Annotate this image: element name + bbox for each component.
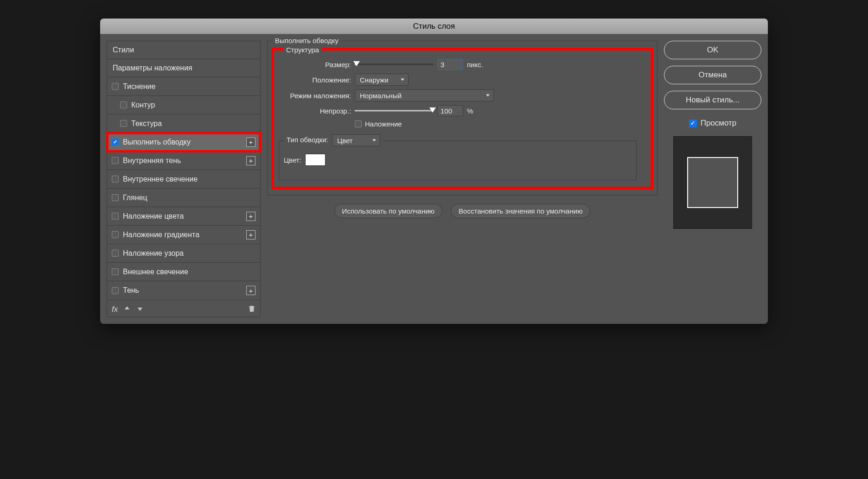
- highlight-region: Размер: пикс. Положение:: [274, 50, 651, 187]
- preview-swatch: [687, 157, 738, 208]
- plus-icon[interactable]: +: [246, 286, 255, 295]
- sidebar-item-label: Контур: [131, 101, 155, 109]
- preview-label: Просмотр: [701, 119, 737, 128]
- dialog-content: Стили Параметры наложения ТиснениеКонтур…: [100, 34, 768, 324]
- color-swatch[interactable]: [305, 154, 326, 166]
- checkbox-icon[interactable]: [112, 250, 119, 257]
- plus-icon[interactable]: +: [246, 230, 255, 240]
- sidebar-item-inner-shadow[interactable]: Внутренняя тень+: [107, 151, 260, 170]
- trash-icon[interactable]: [248, 305, 255, 314]
- checkbox-icon[interactable]: [112, 213, 119, 220]
- blend-label: Режим наложения:: [279, 92, 351, 100]
- plus-icon[interactable]: +: [246, 212, 255, 221]
- sidebar-item-label: Наложение градиента: [123, 231, 199, 239]
- sidebar-styles-header[interactable]: Стили: [107, 41, 260, 59]
- check-icon: [689, 120, 697, 127]
- sidebar-item-label: Внутренняя тень: [123, 157, 181, 165]
- blend-value: Нормальный: [360, 92, 402, 100]
- sidebar-item-stroke[interactable]: Выполнить обводку+: [107, 133, 260, 151]
- styles-sidebar: Стили Параметры наложения ТиснениеКонтур…: [107, 41, 261, 317]
- checkbox-icon[interactable]: [112, 139, 119, 145]
- sidebar-item-label: Глянец: [123, 194, 147, 202]
- sidebar-footer: fx: [107, 300, 261, 317]
- sidebar-item-color-overlay[interactable]: Наложение цвета+: [107, 207, 260, 226]
- layer-style-dialog: Стиль слоя Стили Параметры наложения Тис…: [100, 19, 768, 324]
- sidebar-item-label: Внешнее свечение: [123, 268, 188, 276]
- opacity-unit: %: [467, 107, 473, 115]
- sidebar-item-label: Внутреннее свечение: [123, 175, 198, 183]
- make-default-button[interactable]: Использовать по умолчанию: [334, 204, 442, 218]
- checkbox-icon[interactable]: [112, 157, 119, 164]
- sidebar-item-satin[interactable]: Глянец: [107, 189, 260, 207]
- checkbox-icon[interactable]: [112, 231, 119, 238]
- move-down-icon[interactable]: [136, 305, 144, 314]
- overprint-row: Наложение: [279, 120, 637, 128]
- size-unit: пикс.: [467, 61, 483, 69]
- structure-legend: Структура: [283, 46, 322, 54]
- sidebar-item-texture[interactable]: Текстура: [107, 114, 260, 133]
- plus-icon[interactable]: +: [246, 156, 255, 165]
- opacity-slider[interactable]: [355, 107, 434, 115]
- stroke-type-group: Тип обводки: Цвет Цвет:: [279, 134, 637, 180]
- size-input[interactable]: [437, 59, 463, 70]
- ok-button[interactable]: OK: [664, 41, 761, 59]
- sidebar-item-pattern-overlay[interactable]: Наложение узора: [107, 244, 260, 263]
- options-panel: Выполнить обводку Структура Размер:: [267, 41, 657, 317]
- opacity-input[interactable]: [437, 105, 463, 116]
- preview-thumbnail: [673, 136, 752, 229]
- stroke-fieldset: Выполнить обводку Структура Размер:: [267, 41, 657, 195]
- opacity-row: Непрозр.: %: [279, 105, 637, 116]
- sidebar-item-contour[interactable]: Контур: [107, 96, 260, 114]
- sidebar-item-label: Текстура: [131, 120, 162, 128]
- plus-icon[interactable]: +: [246, 138, 255, 147]
- size-slider[interactable]: [355, 60, 434, 69]
- sidebar-item-label: Наложение цвета: [123, 212, 184, 221]
- sidebar-item-gradient-overlay[interactable]: Наложение градиента+: [107, 226, 260, 244]
- cancel-button[interactable]: Отмена: [664, 66, 761, 84]
- checkbox-icon[interactable]: [120, 101, 127, 108]
- sidebar-item-outer-glow[interactable]: Внешнее свечение: [107, 263, 260, 281]
- sidebar-item-label: Наложение узора: [123, 249, 184, 258]
- checkbox-icon[interactable]: [112, 83, 119, 90]
- checkbox-icon[interactable]: [112, 287, 119, 294]
- sidebar-item-drop-shadow[interactable]: Тень+: [107, 281, 260, 300]
- structure-group: Структура Размер: пикс.: [274, 50, 651, 187]
- position-label: Положение:: [279, 76, 351, 84]
- sidebar-item-emboss[interactable]: Тиснение: [107, 77, 260, 96]
- opacity-label: Непрозр.:: [279, 107, 351, 115]
- sidebar-item-label: Тиснение: [123, 82, 155, 91]
- fx-menu[interactable]: fx: [112, 305, 118, 314]
- reset-default-button[interactable]: Восстановить значения по умолчанию: [451, 204, 590, 218]
- checkbox-icon[interactable]: [112, 194, 119, 201]
- sidebar-item-label: Выполнить обводку: [123, 138, 191, 146]
- checkbox-icon[interactable]: [112, 176, 119, 183]
- sidebar-blendopts[interactable]: Параметры наложения: [107, 59, 260, 77]
- checkbox-icon[interactable]: [120, 120, 127, 127]
- size-label: Размер:: [279, 61, 351, 69]
- checkbox-icon[interactable]: [112, 268, 119, 275]
- stroketype-label: Тип обводки:: [287, 136, 328, 144]
- color-label: Цвет:: [284, 156, 301, 164]
- size-row: Размер: пикс.: [279, 59, 637, 70]
- sidebar-list: Стили Параметры наложения ТиснениеКонтур…: [107, 41, 261, 300]
- default-buttons: Использовать по умолчанию Восстановить з…: [267, 202, 657, 218]
- blend-select[interactable]: Нормальный: [355, 89, 494, 101]
- overprint-checkbox[interactable]: Наложение: [355, 120, 402, 128]
- preview-checkbox[interactable]: Просмотр: [664, 119, 761, 128]
- new-style-button[interactable]: Новый стиль...: [664, 91, 761, 109]
- panel-title: Выполнить обводку: [272, 37, 341, 44]
- dialog-title: Стиль слоя: [100, 19, 768, 34]
- position-value: Снаружи: [360, 76, 389, 84]
- position-row: Положение: Снаружи: [279, 74, 637, 86]
- sidebar-item-inner-glow[interactable]: Внутреннее свечение: [107, 170, 260, 189]
- stroketype-select[interactable]: Цвет: [332, 134, 380, 146]
- overprint-label: Наложение: [365, 120, 402, 128]
- position-select[interactable]: Снаружи: [355, 74, 408, 86]
- stroketype-value: Цвет: [337, 137, 353, 145]
- blend-row: Режим наложения: Нормальный: [279, 89, 637, 101]
- right-column: OK Отмена Новый стиль... Просмотр: [664, 41, 761, 317]
- sidebar-item-label: Тень: [123, 286, 139, 295]
- move-up-icon[interactable]: [123, 305, 131, 314]
- color-row: Цвет:: [284, 154, 632, 166]
